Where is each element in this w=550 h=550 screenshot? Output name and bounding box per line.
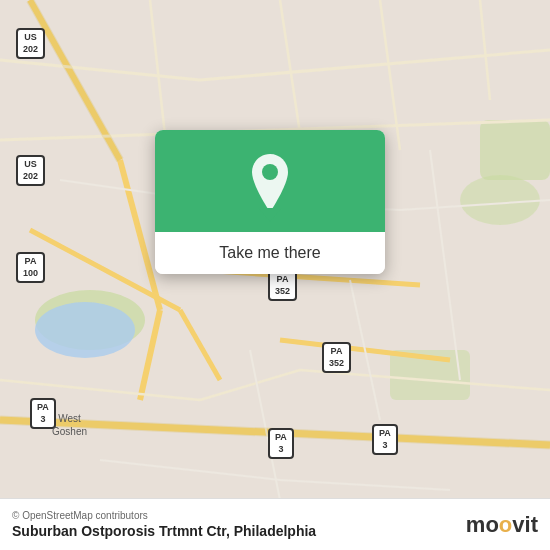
- shield-pa3-mid: PA3: [268, 428, 294, 459]
- svg-rect-2: [480, 120, 550, 180]
- bottom-bar: © OpenStreetMap contributors Suburban Os…: [0, 498, 550, 550]
- bottom-bar-info: © OpenStreetMap contributors Suburban Os…: [12, 510, 316, 539]
- shield-pa352-1: PA352: [268, 270, 297, 301]
- shield-pa352-2: PA352: [322, 342, 351, 373]
- popup-card: Take me there: [155, 130, 385, 274]
- shield-us202-top: US202: [16, 28, 45, 59]
- shield-pa3-right: PA3: [372, 424, 398, 455]
- take-me-there-button[interactable]: Take me there: [155, 232, 385, 274]
- location-name: Suburban Ostporosis Trtmnt Ctr, Philadel…: [12, 523, 316, 539]
- moovit-logo-dot: o: [499, 512, 512, 538]
- location-pin-icon: [246, 154, 294, 212]
- map-attribution: © OpenStreetMap contributors: [12, 510, 316, 521]
- popup-header: [155, 130, 385, 232]
- shield-pa100: PA100: [16, 252, 45, 283]
- svg-point-5: [35, 302, 135, 358]
- moovit-logo: moovit: [466, 512, 538, 538]
- svg-point-34: [262, 164, 278, 180]
- west-goshen-label: WestGoshen: [52, 412, 87, 438]
- shield-us202-mid: US202: [16, 155, 45, 186]
- map-container: US202 US202 PA100 PA352 PA352 PA3 PA3 PA…: [0, 0, 550, 550]
- svg-point-3: [460, 175, 540, 225]
